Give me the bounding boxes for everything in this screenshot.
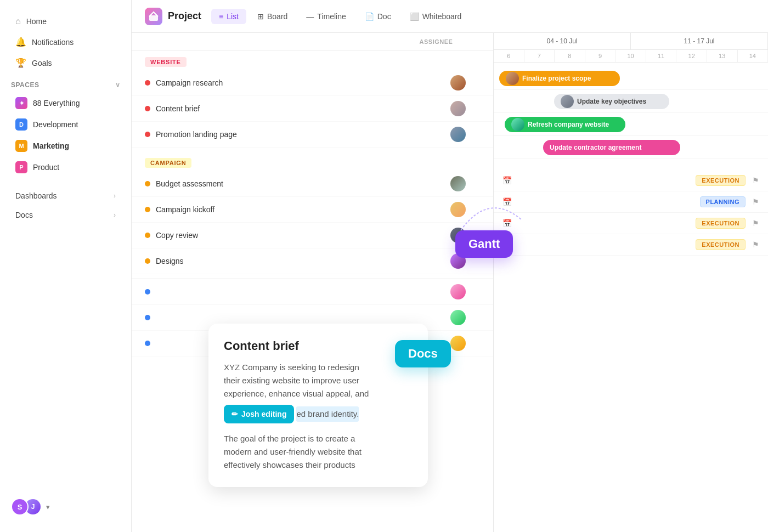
group-campaign-header: CAMPAIGN (132, 152, 493, 171)
tab-doc[interactable]: 📄 Doc (357, 9, 399, 24)
gantt-day-6: 6 (494, 50, 524, 62)
gantt-week-1: 04 - 10 Jul (494, 33, 631, 49)
gantt-bar-label-1: Finalize project scope (522, 75, 591, 82)
sidebar-item-dashboards[interactable]: Dashboards › (4, 186, 127, 205)
sidebar-item-marketing[interactable]: M Marketing (4, 135, 127, 156)
task-campaign-kickoff[interactable]: Campaign kickoff (132, 197, 493, 223)
marketing-dot: M (15, 140, 27, 152)
tab-list[interactable]: ≡ List (211, 9, 246, 24)
status-row-2: 📅 PLANNING ⚑ (494, 191, 768, 213)
task-campaign-research[interactable]: Campaign research (132, 70, 493, 96)
tab-board[interactable]: ⊞ Board (250, 9, 295, 24)
task-assignee-1 (436, 75, 480, 90)
avatar-8 (450, 284, 466, 299)
sidebar-notifications-label: Notifications (32, 38, 74, 47)
avatar-stack: S J (11, 498, 42, 516)
gantt-day-8: 8 (555, 50, 585, 62)
task-name-3: Promotion landing page (156, 130, 431, 139)
task-name-2: Content brief (156, 104, 431, 113)
timeline-icon: — (306, 12, 314, 21)
task-assignee-2 (436, 101, 480, 116)
sidebar-item-docs[interactable]: Docs › (4, 206, 127, 224)
sidebar-item-goals[interactable]: 🏆 Goals (4, 53, 127, 73)
task-dot-9 (145, 315, 150, 320)
task-dot-7 (145, 258, 150, 264)
task-assignee-5 (436, 202, 480, 217)
dashboards-label: Dashboards (15, 191, 57, 200)
task-dot-6 (145, 233, 150, 238)
docs-editing-badge: ✏ Josh editing (224, 405, 294, 423)
task-designs[interactable]: Designs (132, 248, 493, 274)
avatar-10 (450, 336, 466, 351)
flag-icon-3: ⚑ (752, 219, 759, 228)
docs-line-3: experience, enhance visual appeal, and (224, 387, 413, 400)
tab-timeline-label: Timeline (317, 12, 346, 21)
sidebar-item-everything[interactable]: ✦ 88 Everything (4, 93, 127, 114)
gantt-tooltip-label: Gantt (468, 237, 500, 251)
gantt-bar-label-4: Update contractor agreement (550, 144, 641, 151)
gantt-week-2: 11 - 17 Jul (631, 33, 768, 49)
spaces-chevron[interactable]: ∨ (115, 81, 121, 89)
top-header: Project ≡ List ⊞ Board — Timeline 📄 Doc … (132, 0, 768, 33)
sidebar-user[interactable]: S J ▾ (0, 493, 132, 521)
gantt-avatar-1 (506, 72, 519, 85)
gantt-row-1: Finalize project scope (494, 67, 768, 90)
sidebar-item-product[interactable]: P Product (4, 157, 127, 178)
docs-panel-content: XYZ Company is seeking to redesign their… (224, 361, 413, 472)
avatar-4 (450, 176, 466, 191)
docs-line-2: their existing website to improve user (224, 374, 413, 387)
task-assignee-4 (436, 176, 480, 191)
gantt-avatar-2 (561, 95, 574, 108)
board-icon: ⊞ (257, 12, 264, 21)
status-row-4: 📅 EXECUTION ⚑ (494, 234, 768, 256)
gantt-row-3: Refresh company website (494, 113, 768, 136)
tab-whiteboard[interactable]: ⬜ Whiteboard (402, 9, 470, 24)
col-assignee-header: ASSIGNEE (414, 38, 458, 45)
sidebar-item-development[interactable]: D Development (4, 114, 127, 135)
gantt-bar-gray[interactable]: Update key objectives (554, 94, 669, 109)
list-icon: ≡ (219, 12, 223, 21)
gantt-bar-green[interactable]: Refresh company website (505, 117, 625, 132)
task-content-brief[interactable]: Content brief (132, 96, 493, 122)
home-icon: ⌂ (15, 16, 21, 26)
task-dot-10 (145, 341, 150, 346)
docs-highlighted-text: ed brand identity. (296, 406, 359, 422)
sidebar-item-notifications[interactable]: 🔔 Notifications (4, 32, 127, 52)
tab-timeline[interactable]: — Timeline (298, 9, 353, 24)
spaces-section-title: Spaces ∨ (0, 73, 131, 92)
gantt-day-11: 11 (646, 50, 677, 62)
user-avatar-s: S (11, 498, 29, 516)
sidebar-home-label: Home (26, 17, 47, 26)
task-dot-3 (145, 132, 150, 137)
gantt-bar-yellow[interactable]: Finalize project scope (499, 71, 620, 86)
gantt-header: 04 - 10 Jul 11 - 17 Jul (494, 33, 768, 50)
gantt-avatar-3 (511, 118, 524, 131)
dev-dot: D (15, 118, 27, 131)
gantt-day-9: 9 (585, 50, 616, 62)
gantt-bar-pink[interactable]: Update contractor agreement (543, 140, 680, 155)
status-badge-2: PLANNING (700, 196, 746, 207)
list-header: ASSIGNEE (132, 33, 493, 51)
flag-icon-1: ⚑ (752, 176, 759, 185)
task-extra-1[interactable] (132, 279, 493, 305)
product-dot: P (15, 161, 27, 173)
goals-icon: 🏆 (15, 58, 26, 68)
status-badge-4: EXECUTION (696, 239, 746, 250)
gantt-body: Finalize project scope Update key object… (494, 63, 768, 260)
gantt-panel: 04 - 10 Jul 11 - 17 Jul 6 7 8 9 10 11 12… (494, 33, 768, 532)
avatar-5 (450, 202, 466, 217)
task-budget-assessment[interactable]: Budget assessment (132, 171, 493, 197)
tab-whiteboard-label: Whiteboard (422, 12, 462, 21)
main-content: Project ≡ List ⊞ Board — Timeline 📄 Doc … (132, 0, 768, 532)
status-row-3: 📅 EXECUTION ⚑ (494, 213, 768, 234)
sidebar-item-home[interactable]: ⌂ Home (4, 12, 127, 31)
task-copy-review[interactable]: Copy review (132, 223, 493, 248)
project-icon (145, 8, 162, 25)
avatar-3 (450, 127, 466, 142)
tab-list-label: List (227, 12, 239, 21)
docs-line-1: XYZ Company is seeking to redesign (224, 361, 413, 374)
flag-icon-4: ⚑ (752, 240, 759, 249)
task-promotion-landing[interactable]: Promotion landing page (132, 122, 493, 148)
calendar-icon-1: 📅 (502, 176, 512, 185)
task-name-1: Campaign research (156, 78, 431, 87)
